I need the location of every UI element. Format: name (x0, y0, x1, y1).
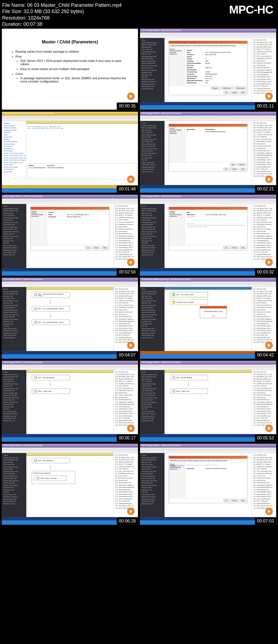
list-item[interactable]: 07_2_CDC_Initial.dtsx (115, 302, 137, 304)
list-item[interactable]: 07_3_CDC_Incremental_Proc... (253, 387, 275, 390)
list-item[interactable]: 06_4_Multi_T1_T2_Updates.... (253, 463, 275, 466)
list-item[interactable]: History Cleanup Task (141, 493, 163, 496)
list-item[interactable]: File System Task (3, 489, 25, 491)
list-item[interactable]: Execute Package Task (141, 309, 163, 311)
list-item[interactable]: 13_1_PartitionedTables.dtsx (253, 502, 275, 505)
list-item[interactable]: 13_1_PartitionedTables.dtsx (115, 336, 137, 339)
list-item[interactable]: Message Queue Task (141, 415, 163, 417)
list-item[interactable]: FTP Task (3, 325, 25, 327)
list-item[interactable]: Check Database Integri... (141, 466, 163, 468)
list-item[interactable]: Message Queue Task (141, 332, 163, 334)
list-item[interactable]: 07_2_CDC_Initial.dtsx (115, 468, 137, 470)
list-item[interactable]: 11_2_AdminSettings_Child.d... (253, 76, 275, 78)
list-item[interactable]: 12_1_IncrementalDailyLoad.... (115, 332, 137, 334)
list-item[interactable]: 07_1_OLEDB_Incremental_De... (253, 216, 275, 219)
list-item[interactable]: Rebuild Index Task (141, 337, 163, 339)
list-item[interactable]: Analysis Services Execu... (141, 291, 163, 293)
list-item[interactable]: Data Profiling Task (141, 58, 163, 60)
list-item[interactable]: 07_4_DateRange_Incrementa... (253, 140, 275, 143)
list-item[interactable]: Execute Package Task (141, 475, 163, 477)
list-item[interactable]: 08_1_FactLoad.dtsx (115, 392, 137, 394)
ok-button[interactable]: OK (223, 91, 229, 94)
list-item[interactable]: 12_1_IncrementalDailyLoad.... (253, 166, 275, 168)
list-item[interactable]: Back Up Database Task (141, 44, 163, 46)
list-item[interactable]: 09_1_ErrorFlow.dtsx (253, 230, 275, 233)
list-item[interactable]: dbo.ETL_M_Set_Based_Type_2_Update (3, 157, 25, 159)
list-item[interactable]: Data Profiling Task (141, 473, 163, 475)
list-item[interactable]: Execute SQL Server Age... (141, 480, 163, 482)
list-item[interactable]: Message Queue Task (141, 83, 163, 85)
list-item[interactable]: 07_2_CDC_Initial.dtsx (115, 385, 137, 387)
browse-button[interactable]: Browse... (211, 87, 220, 90)
list-item[interactable]: 11_2_AdminSettings_Child.d... (253, 159, 275, 161)
list-item[interactable]: AdventureWorks2012 (3, 129, 25, 132)
list-item[interactable]: 07_3_CDC_Incremental_Proc... (115, 470, 137, 473)
ok-button[interactable]: OK (223, 246, 229, 249)
list-item[interactable]: 10_2_SSISCatalogLogging.dtsx (115, 320, 137, 323)
list-item[interactable]: Rebuild Index Task (3, 337, 25, 339)
list-item[interactable]: Rebuild Index Task (141, 503, 163, 505)
list-item[interactable]: History Cleanup Task (141, 161, 163, 164)
list-item[interactable]: 13_1_PartitionedTables.dtsx (253, 170, 275, 173)
list-item[interactable]: 06_2_Set_Based_Type_2_Dim... (115, 458, 137, 461)
help-button[interactable]: Help (240, 168, 246, 170)
list-item[interactable]: FTP Task (3, 408, 25, 410)
list-item[interactable]: 08_2_FactLoad_Incremental.... (253, 311, 275, 313)
list-item[interactable]: 14_1_SCD_Execute_SQL_exa... (253, 505, 275, 507)
foreach-container[interactable]: Foreach Loop Container SCR - Show Loop #… (32, 471, 75, 484)
list-item[interactable]: 07_3_CDC_Incremental_Proc... (253, 470, 275, 473)
list-item[interactable]: 10_1_Task_Based_Logging.dt... (115, 235, 137, 237)
list-item[interactable]: 07_4_DateRange_Incrementa... (115, 223, 137, 226)
list-item[interactable]: 08_2_FactLoad_Incremental.... (253, 62, 275, 64)
list-item[interactable]: Data Profiling Task (141, 141, 163, 143)
list-item[interactable]: 11_1_AdminSettings.dtsx (253, 489, 275, 491)
list-item[interactable]: 07_2_CDC_Initial.dtsx (115, 219, 137, 221)
list-item[interactable]: Execute Process Task (141, 62, 163, 65)
list-item[interactable]: 08_1_FactLoad.dtsx (253, 60, 275, 62)
list-item[interactable]: Bulk Insert Task (141, 461, 163, 464)
list-item[interactable]: 08_2_FactLoad_Incremental.... (253, 228, 275, 230)
list-item[interactable]: 11_3_AdminSettings_Child_1... (253, 244, 275, 247)
list-item[interactable]: Data Mining Query Task (141, 138, 163, 141)
help-button[interactable]: Help (240, 246, 246, 249)
list-item[interactable]: Notify Operator Task (3, 334, 25, 337)
list-item[interactable]: FTP Task (3, 491, 25, 493)
list-item[interactable]: 06_3_Multicast_DMTbls_Des... (253, 129, 275, 131)
list-item[interactable]: dbo.ErrorRows (3, 150, 25, 152)
list-item[interactable]: 07_1_OLEDB_Incremental_De... (253, 466, 275, 468)
ok-button[interactable]: OK (223, 168, 229, 170)
list-item[interactable]: History Cleanup Task (3, 327, 25, 330)
thumbnail[interactable]: SSIS Design Patterns - Microsoft Visual … (140, 361, 276, 442)
list-item[interactable]: 11_4_AdminSettings_Child_2... (115, 412, 137, 415)
list-item[interactable]: Analysis Services Execu... (141, 208, 163, 210)
list-item[interactable]: Bulk Insert Task (141, 129, 163, 132)
list-item[interactable]: 12_1_IncrementalDailyLoad.... (253, 498, 275, 500)
list-item[interactable]: 09_1_ErrorFlow.dtsx (115, 313, 137, 316)
list-item[interactable]: Data Mining Query Task (141, 387, 163, 390)
list-item[interactable]: 12_2_FILO_Collect.dtsx (115, 251, 137, 253)
list-item[interactable]: 12_2_FILO_Collect.dtsx (253, 85, 275, 87)
list-item[interactable]: Pointer (141, 122, 163, 125)
list-item[interactable]: Data Flow Task (141, 53, 163, 55)
list-item[interactable]: Back Up Database Task (141, 293, 163, 295)
list-item[interactable]: 09_2_ErrorDescription.dtsx (253, 398, 275, 401)
list-item[interactable]: 11_1_AdminSettings.dtsx (115, 323, 137, 325)
list-item[interactable]: 07_4_DateRange_Incrementa... (253, 472, 275, 475)
list-item[interactable]: Back Up Database Task (141, 210, 163, 212)
list-item[interactable]: System Databases (3, 125, 25, 127)
list-item[interactable]: 08_2_FactLoad_Incremental.... (253, 145, 275, 147)
list-item[interactable]: Execute Process Task (141, 394, 163, 397)
list-item[interactable]: Data Flow Task (3, 302, 25, 304)
list-item[interactable]: 06_1_Set_Based_Type_1_Ups... (253, 124, 275, 127)
list-item[interactable]: 06_1_Set_Based_Type_1_Ups... (253, 456, 275, 459)
list-item[interactable]: 10_2_SSISCatalogLogging.dtsx (253, 403, 275, 406)
list-item[interactable]: 07_3_CDC_Incremental_Proc... (253, 138, 275, 141)
loop-task[interactable]: FELC - Main Loop (170, 388, 208, 394)
help-button[interactable]: Help (240, 499, 246, 502)
list-item[interactable]: Rebuild Index Task (3, 254, 25, 256)
list-item[interactable]: 06_4_Multi_T1_T2_Updates.... (253, 214, 275, 216)
list-item[interactable]: dbo.ETL_SRC_StageCustomers (3, 161, 25, 164)
list-item[interactable]: 09_1_ErrorFlow.dtsx (253, 396, 275, 399)
list-item[interactable]: 08_1_FactLoad.dtsx (115, 226, 137, 228)
list-item[interactable]: 06_3_Multicast_DMTbls_Des... (115, 212, 137, 214)
